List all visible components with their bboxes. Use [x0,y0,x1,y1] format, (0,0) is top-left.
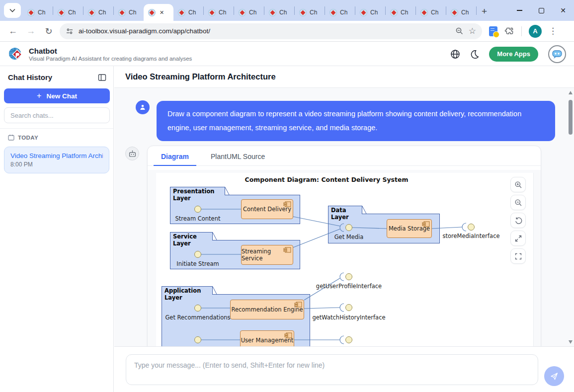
chatbot-badge-icon[interactable] [548,45,566,63]
interface-label: Get Recommendations [163,314,233,321]
search-chats-input[interactable] [4,107,110,123]
chat-item-title: Video Streaming Platform Archi... [10,152,103,159]
chat-group-label: TODAY [18,135,38,141]
visual-paradigm-favicon [118,9,126,16]
browser-menu-icon[interactable]: ⋮ [549,26,557,36]
zoom-icon[interactable] [455,27,464,35]
component-user-management: User Management [240,330,294,347]
message-input[interactable] [126,354,538,385]
component-icon [422,221,430,227]
fullscreen-button[interactable] [510,248,526,264]
browser-tab[interactable]: Ch [204,4,234,21]
diagram-canvas: Component Diagram: Content Delivery Syst… [156,173,534,347]
tab-title: Ch [310,9,317,16]
new-chat-button[interactable]: + New Chat [4,88,110,103]
browser-tab[interactable]: Ch [355,4,385,21]
component-streaming-service: Streaming Service [241,245,293,265]
browser-tab[interactable]: Ch [416,4,446,21]
app-titles: Chatbot Visual Paradigm AI Assistant for… [29,47,192,62]
interface-label: storeMediaInterface [431,233,511,239]
tab-plantuml-source[interactable]: PlantUML Source [203,153,272,165]
tab-title: Ch [98,9,106,16]
diagram-viewport[interactable]: Component Diagram: Content Delivery Syst… [156,173,534,347]
zoom-out-button[interactable] [510,195,526,210]
tab-title: Ch [129,9,136,16]
scrollbar-thumb[interactable] [569,100,573,135]
robot-icon [128,150,137,158]
message-composer [114,347,574,392]
tab-title: Ch [249,9,256,16]
scroll-up-arrow[interactable] [569,91,573,94]
send-button[interactable] [544,366,564,386]
close-window-button[interactable]: ✕ [552,0,574,21]
component-content-delivery: Content Delivery [241,199,293,219]
browser-tab[interactable]: Ch [386,4,415,21]
back-button[interactable]: ← [4,26,22,36]
interface-circle-authenticate-user [345,336,352,343]
diagram-panel: Component Diagram: Content Delivery Syst… [148,170,541,347]
component-media-storage: Media Storage [387,219,432,238]
address-bar[interactable]: ai-toolbox.visual-paradigm.com/app/chatb… [60,23,482,39]
component-icon [283,247,291,253]
profile-avatar[interactable]: A [529,25,542,38]
toolbar-extensions: A ⋮ [489,25,560,38]
browser-tab[interactable]: Ch [264,4,294,21]
component-recommendation-engine: Recommendation Engine [230,300,304,319]
browser-tab[interactable]: Ch [234,4,264,21]
browser-tab[interactable]: Ch [173,4,203,21]
browser-tab[interactable]: Ch [53,4,83,21]
forward-button[interactable]: → [22,26,40,36]
maximize-button[interactable] [530,0,552,21]
user-message-bubble: Draw a component diagram to represent a … [157,101,555,141]
chat-history-item[interactable]: Video Streaming Platform Archi... 8:00 P… [4,147,109,173]
visual-paradigm-favicon [360,9,367,16]
tab-title: Ch [401,9,408,16]
minimize-button[interactable] [508,0,530,21]
browser-tab[interactable]: Ch [446,4,476,21]
tab-close-icon[interactable]: ✕ [160,9,164,16]
extensions-puzzle-icon[interactable] [504,26,514,36]
send-plane-icon [550,372,559,381]
tab-title: Ch [279,9,287,16]
bookmark-star-icon[interactable]: ☆ [469,26,476,36]
language-globe-icon[interactable] [450,49,460,59]
new-tab-button[interactable]: + [482,6,487,16]
tab-title: Ch [370,9,378,16]
dark-mode-moon-icon[interactable] [470,50,479,59]
visual-paradigm-favicon [239,9,246,16]
chat-area: Draw a component diagram to represent a … [114,88,574,347]
browser-tab[interactable]: Ch [83,4,113,21]
more-apps-button[interactable]: More Apps [489,47,538,62]
site-settings-icon[interactable] [66,27,74,35]
tab-search-button[interactable] [4,3,21,18]
zoom-in-button[interactable] [510,177,526,192]
reload-button[interactable]: ↻ [40,26,58,37]
tab-strip: Ch Ch Ch Ch ✕ Ch Ch Ch Ch Ch Ch Ch Ch Ch [23,0,477,21]
tab-diagram[interactable]: Diagram [154,153,196,166]
chat-scrollbar[interactable] [568,89,574,345]
component-icon [283,201,291,207]
browser-tab[interactable]: Ch [114,4,144,21]
interface-circle-initiate-stream [194,251,201,258]
browser-tab[interactable]: Ch [295,4,325,21]
tab-title: Ch [219,9,226,16]
interface-label: Get Media [319,234,379,240]
browser-tab[interactable]: Ch [23,4,53,21]
plus-icon: + [37,91,41,100]
collapse-sidebar-icon[interactable] [98,74,106,81]
scroll-down-arrow[interactable] [569,340,573,344]
visual-paradigm-favicon [420,9,428,16]
expand-button[interactable] [510,231,526,246]
browser-tab-active[interactable]: ✕ [144,4,173,21]
reset-view-button[interactable] [510,213,526,228]
visual-paradigm-favicon [27,9,35,16]
browser-tab[interactable]: Ch [325,4,355,21]
header-actions: More Apps [450,45,566,63]
person-icon [139,103,147,111]
app-subtitle: Visual Paradigm AI Assistant for creatin… [29,56,192,62]
interface-circle-get-watch-history [345,304,352,311]
extension-doc-icon[interactable] [489,26,497,36]
url-text[interactable]: ai-toolbox.visual-paradigm.com/app/chatb… [79,27,450,35]
browser-toolbar: ← → ↻ ai-toolbox.visual-paradigm.com/app… [0,21,574,42]
tab-separator [476,6,477,15]
